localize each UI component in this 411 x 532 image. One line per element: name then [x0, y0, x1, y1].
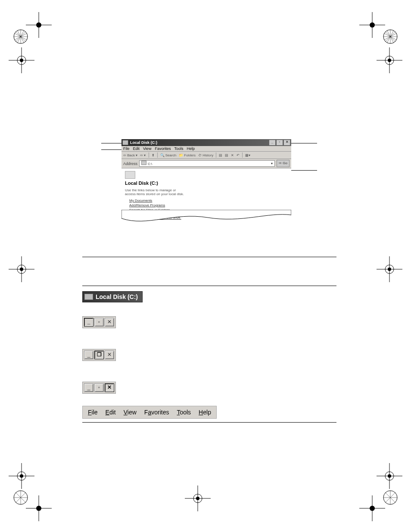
crop-mark-icon	[9, 47, 34, 73]
callout-line	[101, 143, 123, 143]
menu-bar-sample: File Edit View Favorites Tools Help	[82, 406, 217, 419]
menu-bar: File Edit View Favorites Tools Help	[121, 146, 291, 152]
views-button[interactable]: ▦▾	[245, 153, 250, 157]
minimize-button[interactable]: _	[84, 383, 93, 392]
link-add-remove[interactable]: Add/Remove Programs	[129, 203, 288, 207]
menu-file[interactable]: File	[123, 146, 130, 151]
minimize-sample: _ ▫ ✕	[82, 316, 116, 328]
address-label: Address	[123, 162, 137, 166]
close-sample: _ ▫ ✕	[82, 382, 116, 394]
restore-button[interactable]: ❐	[94, 351, 104, 359]
close-button[interactable]: ✕	[283, 140, 290, 146]
close-button[interactable]: ✕	[105, 351, 114, 359]
explorer-content: Local Disk (C:) Use the links below to m…	[121, 168, 291, 225]
menu-favorites[interactable]: Favorites	[144, 409, 169, 416]
menu-file[interactable]: File	[88, 409, 98, 416]
menu-tools[interactable]: Tools	[174, 146, 183, 151]
menu-edit[interactable]: Edit	[133, 146, 140, 151]
forward-button[interactable]: ⇨ ▾	[140, 153, 146, 157]
menu-view[interactable]: View	[124, 409, 137, 416]
svg-point-15	[20, 59, 23, 62]
menu-edit[interactable]: Edit	[106, 409, 116, 416]
close-button[interactable]: ✕	[105, 318, 114, 327]
maximize-button[interactable]: ▫	[94, 318, 104, 327]
maximize-button[interactable]: ▫	[276, 140, 283, 146]
svg-point-63	[388, 474, 391, 478]
explorer-window: Local Disk (C:) _ ▫ ✕ File Edit View Fav…	[121, 139, 291, 221]
crop-mark-icon	[359, 12, 385, 38]
menu-tools[interactable]: Tools	[177, 409, 191, 416]
svg-point-67	[196, 497, 199, 500]
window-title: Local Disk (C:)	[130, 140, 157, 145]
close-button[interactable]: ✕	[105, 383, 114, 392]
table-row: File Edit View Favorites Tools Help	[82, 404, 336, 422]
drive-icon	[125, 171, 135, 179]
crop-mark-icon	[26, 495, 52, 521]
svg-point-39	[388, 268, 391, 271]
copy-to-button[interactable]: ▤	[225, 153, 228, 157]
crop-mark-icon	[377, 47, 402, 73]
folders-button[interactable]: 📁 Folders	[179, 153, 196, 157]
crop-mark-icon	[377, 463, 402, 489]
crop-mark-icon	[359, 495, 385, 521]
svg-point-51	[20, 474, 23, 478]
history-button[interactable]: ⏱ History	[198, 153, 213, 157]
minimize-button[interactable]: _	[84, 318, 93, 327]
crop-mark-icon	[9, 463, 34, 489]
panel-hint: Use the links below to manage or access …	[125, 188, 185, 196]
svg-point-59	[370, 506, 375, 511]
svg-point-47	[36, 506, 41, 511]
crop-mark-icon	[26, 12, 52, 38]
move-to-button[interactable]: ▤	[219, 153, 222, 157]
svg-point-35	[20, 268, 23, 271]
go-button[interactable]: ⇨ Go	[277, 160, 290, 167]
table-row	[82, 257, 336, 275]
reference-table: Local Disk (C:) _ ▫ ✕ _ ❐ ✕ _ ▫ ✕	[82, 257, 336, 423]
svg-point-11	[36, 22, 41, 28]
minimize-button[interactable]: _	[269, 140, 276, 146]
svg-point-31	[388, 59, 391, 62]
menu-help[interactable]: Help	[187, 146, 195, 151]
crop-mark-icon	[9, 256, 34, 282]
link-my-documents[interactable]: My Documents	[129, 199, 288, 202]
drive-icon	[84, 294, 93, 300]
drive-icon	[141, 161, 146, 165]
maximize-sample: _ ❐ ✕	[82, 349, 116, 361]
up-button[interactable]: ⬆	[152, 153, 155, 157]
link-view-all[interactable]: View the entire contents of this drive.	[125, 216, 181, 220]
menu-favorites[interactable]: Favorites	[155, 146, 171, 151]
undo-button[interactable]: ↶	[237, 153, 240, 157]
callout-line	[101, 149, 123, 150]
table-row: Local Disk (C:)	[82, 286, 336, 310]
window-title-bar[interactable]: Local Disk (C:) _ ▫ ✕	[121, 139, 291, 146]
table-row: _ ▫ ✕	[82, 380, 336, 404]
address-bar: Address C:\ ▾ ⇨ Go	[121, 159, 291, 168]
table-row: _ ❐ ✕	[82, 347, 336, 371]
search-button[interactable]: 🔍 Search	[160, 153, 177, 157]
menu-view[interactable]: View	[143, 146, 151, 151]
link-search-files[interactable]: Search for Files or Folders	[129, 208, 288, 212]
toolbar: ⇦ Back ▾ ⇨ ▾ ⬆ 🔍 Search 📁 Folders ⏱ Hist…	[121, 152, 291, 159]
callout-line	[291, 143, 317, 143]
back-button[interactable]: ⇦ Back ▾	[123, 153, 137, 157]
delete-button[interactable]: ✕	[231, 153, 234, 157]
drive-icon	[122, 140, 128, 145]
title-bar-sample: Local Disk (C:)	[82, 291, 143, 302]
title-bar-label: Local Disk (C:)	[96, 293, 138, 300]
table-row: _ ▫ ✕	[82, 314, 336, 339]
svg-point-27	[370, 22, 375, 28]
address-input[interactable]: C:\ ▾	[139, 160, 275, 167]
menu-help[interactable]: Help	[199, 409, 211, 416]
maximize-button[interactable]: ▫	[94, 383, 104, 392]
minimize-button[interactable]: _	[84, 351, 93, 359]
crop-mark-icon	[185, 485, 211, 511]
callout-line	[291, 170, 317, 171]
crop-mark-icon	[377, 256, 402, 282]
panel-heading: Local Disk (C:)	[125, 180, 288, 186]
